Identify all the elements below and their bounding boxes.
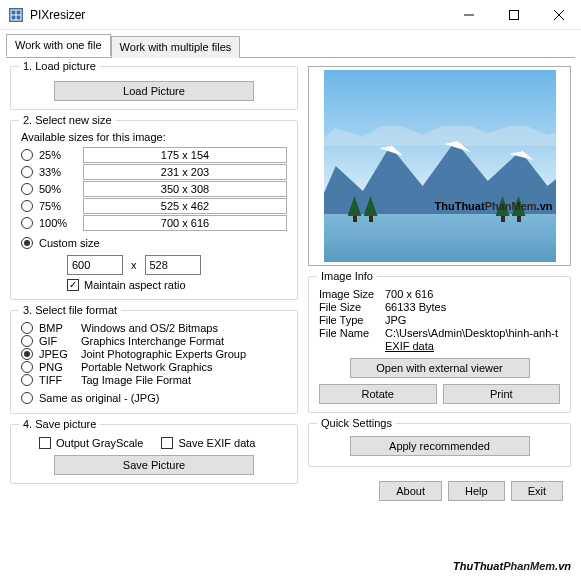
group-image-info: Image Info Image Size700 x 616 File Size…	[308, 276, 571, 413]
image-size-value: 700 x 616	[385, 288, 560, 300]
group-size: 2. Select new size Available sizes for t…	[10, 120, 298, 300]
open-external-button[interactable]: Open with external viewer	[350, 358, 530, 378]
titlebar: PIXresizer	[0, 0, 581, 30]
radio-33[interactable]	[21, 166, 33, 178]
radio-50[interactable]	[21, 183, 33, 195]
radio-100[interactable]	[21, 217, 33, 229]
group-load: 1. Load picture Load Picture	[10, 66, 298, 110]
print-button[interactable]: Print	[443, 384, 561, 404]
close-button[interactable]	[536, 0, 581, 29]
load-picture-button[interactable]: Load Picture	[54, 81, 254, 101]
minimize-button[interactable]	[446, 0, 491, 29]
width-input[interactable]	[67, 255, 123, 275]
radio-gif[interactable]	[21, 335, 33, 347]
radio-jpeg[interactable]	[21, 348, 33, 360]
available-sizes-label: Available sizes for this image:	[21, 131, 287, 143]
maximize-button[interactable]	[491, 0, 536, 29]
grayscale-checkbox[interactable]	[39, 437, 51, 449]
group-format-title: 3. Select file format	[19, 304, 121, 316]
file-name-value: C:\Users\Admin\Desktop\hinh-anh-t	[385, 327, 560, 339]
radio-png[interactable]	[21, 361, 33, 373]
radio-75[interactable]	[21, 200, 33, 212]
tab-strip: Work with one file Work with multiple fi…	[6, 34, 575, 56]
radio-same[interactable]	[21, 392, 33, 404]
help-button[interactable]: Help	[448, 481, 505, 501]
group-save: 4. Save picture Output GrayScale Save EX…	[10, 424, 298, 484]
preview-pane: ThuThuatPhanMem.vn	[308, 66, 571, 266]
group-format: 3. Select file format BMPWindows and OS/…	[10, 310, 298, 414]
rotate-button[interactable]: Rotate	[319, 384, 437, 404]
group-image-info-title: Image Info	[317, 270, 377, 282]
radio-bmp[interactable]	[21, 322, 33, 334]
svg-rect-5	[509, 10, 518, 19]
group-size-title: 2. Select new size	[19, 114, 116, 126]
exif-data-link[interactable]: EXIF data	[385, 340, 560, 352]
exit-button[interactable]: Exit	[511, 481, 563, 501]
apply-recommended-button[interactable]: Apply recommended	[350, 436, 530, 456]
file-type-value: JPG	[385, 314, 560, 326]
about-button[interactable]: About	[379, 481, 442, 501]
group-quick-settings: Quick Settings Apply recommended	[308, 423, 571, 467]
preview-image: ThuThuatPhanMem.vn	[324, 70, 556, 262]
window-title: PIXresizer	[30, 8, 85, 22]
group-save-title: 4. Save picture	[19, 418, 100, 430]
save-picture-button[interactable]: Save Picture	[54, 455, 254, 475]
radio-25[interactable]	[21, 149, 33, 161]
exif-checkbox[interactable]	[161, 437, 173, 449]
radio-custom[interactable]	[21, 237, 33, 249]
svg-marker-9	[324, 126, 556, 146]
tab-one-file[interactable]: Work with one file	[6, 34, 111, 56]
tab-multiple-files[interactable]: Work with multiple files	[111, 36, 241, 58]
size-box: 175 x 154	[83, 147, 287, 163]
group-quick-settings-title: Quick Settings	[317, 417, 396, 429]
group-load-title: 1. Load picture	[19, 60, 100, 72]
aspect-checkbox[interactable]	[67, 279, 79, 291]
height-input[interactable]	[145, 255, 201, 275]
file-size-value: 66133 Bytes	[385, 301, 560, 313]
app-icon	[8, 7, 24, 23]
radio-tiff[interactable]	[21, 374, 33, 386]
page-watermark: ThuThuatPhanMem.vn	[453, 553, 571, 575]
